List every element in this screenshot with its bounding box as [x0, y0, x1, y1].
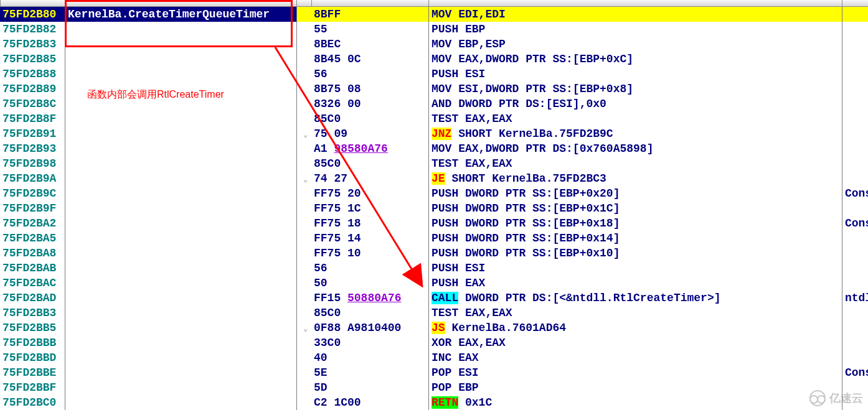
disasm-cell[interactable]: TEST EAX,EAX — [428, 111, 842, 126]
address-cell[interactable]: 75FD2B82 — [0, 22, 65, 37]
bytes-cell[interactable]: A1 98580A76 — [311, 141, 428, 156]
label-cell[interactable] — [65, 37, 296, 52]
disasm-row[interactable]: 75FD2BA5FF75 14PUSH DWORD PTR SS:[EBP+0x… — [0, 231, 868, 246]
comment-cell[interactable] — [842, 171, 868, 186]
comment-cell[interactable] — [842, 111, 868, 126]
disasm-row[interactable]: 75FD2BAB56PUSH ESI — [0, 261, 868, 276]
disasm-row[interactable]: 75FD2B9885C0TEST EAX,EAX — [0, 156, 868, 171]
bytes-cell[interactable]: 5E — [311, 365, 428, 380]
address-cell[interactable]: 75FD2BB3 — [0, 305, 65, 320]
comment-cell[interactable] — [842, 96, 868, 111]
label-cell[interactable] — [65, 350, 296, 365]
bytes-cell[interactable]: 8BFF — [311, 7, 428, 22]
label-cell[interactable] — [65, 67, 296, 82]
disasm-row[interactable]: 75FD2BADFF15 50880A76CALL DWORD PTR DS:[… — [0, 291, 868, 305]
disasm-row[interactable]: 75FD2B9A⌄74 27JE SHORT KernelBa.75FD2BC3 — [0, 171, 868, 186]
disasm-row[interactable]: 75FD2B80KernelBa.CreateTimerQueueTimer8B… — [0, 7, 868, 22]
label-cell[interactable] — [65, 320, 296, 335]
comment-cell[interactable] — [842, 350, 868, 365]
comment-cell[interactable] — [842, 126, 868, 141]
bytes-cell[interactable]: FF75 1C — [311, 201, 428, 216]
disasm-row[interactable]: 75FD2B93A1 98580A76MOV EAX,DWORD PTR DS:… — [0, 141, 868, 156]
comment-cell[interactable] — [842, 261, 868, 276]
disasm-cell[interactable]: POP EBP — [428, 380, 842, 395]
address-cell[interactable]: 75FD2B89 — [0, 82, 65, 96]
disasm-cell[interactable]: PUSH EBP — [428, 22, 842, 37]
label-cell[interactable] — [65, 276, 296, 291]
address-cell[interactable]: 75FD2B83 — [0, 37, 65, 52]
bytes-cell[interactable]: C2 1C00 — [311, 395, 428, 410]
disasm-row[interactable]: 75FD2BC0C2 1C00RETN 0x1C — [0, 395, 868, 410]
disasm-cell[interactable]: MOV ESI,DWORD PTR SS:[EBP+0x8] — [428, 82, 842, 96]
comment-cell[interactable]: Cons — [842, 216, 868, 231]
disasm-cell[interactable]: TEST EAX,EAX — [428, 305, 842, 320]
label-cell[interactable] — [65, 141, 296, 156]
bytes-cell[interactable]: 33C0 — [311, 335, 428, 350]
label-cell[interactable] — [65, 231, 296, 246]
bytes-cell[interactable]: 85C0 — [311, 156, 428, 171]
bytes-cell[interactable]: FF75 20 — [311, 186, 428, 201]
disasm-cell[interactable]: MOV EBP,ESP — [428, 37, 842, 52]
disasm-row[interactable]: 75FD2BB5⌄0F88 A9810400JS KernelBa.7601AD… — [0, 320, 868, 335]
disasm-cell[interactable]: MOV EAX,DWORD PTR SS:[EBP+0xC] — [428, 52, 842, 67]
comment-cell[interactable] — [842, 156, 868, 171]
bytes-cell[interactable]: 5D — [311, 380, 428, 395]
address-cell[interactable]: 75FD2BB5 — [0, 320, 65, 335]
disasm-row[interactable]: 75FD2B8856PUSH ESI — [0, 67, 868, 82]
label-cell[interactable] — [65, 22, 296, 37]
address-cell[interactable]: 75FD2BAB — [0, 261, 65, 276]
disasm-cell[interactable]: MOV EDI,EDI — [428, 7, 842, 22]
comment-cell[interactable]: ntdl — [842, 291, 868, 305]
disasm-cell[interactable]: JS KernelBa.7601AD64 — [428, 320, 842, 335]
label-cell[interactable]: KernelBa.CreateTimerQueueTimer — [65, 7, 296, 22]
label-cell[interactable] — [65, 216, 296, 231]
disasm-row[interactable]: 75FD2B8F85C0TEST EAX,EAX — [0, 111, 868, 126]
bytes-cell[interactable]: 85C0 — [311, 305, 428, 320]
address-cell[interactable]: 75FD2B85 — [0, 52, 65, 67]
comment-cell[interactable] — [842, 201, 868, 216]
bytes-cell[interactable]: FF75 10 — [311, 246, 428, 261]
bytes-cell[interactable]: 8BEC — [311, 37, 428, 52]
label-cell[interactable] — [65, 186, 296, 201]
comment-cell[interactable] — [842, 7, 868, 22]
label-cell[interactable] — [65, 291, 296, 305]
disasm-row[interactable]: 75FD2B9CFF75 20PUSH DWORD PTR SS:[EBP+0x… — [0, 186, 868, 201]
disasm-cell[interactable]: PUSH ESI — [428, 261, 842, 276]
disasm-cell[interactable]: PUSH DWORD PTR SS:[EBP+0x20] — [428, 186, 842, 201]
disasm-cell[interactable]: POP ESI — [428, 365, 842, 380]
label-cell[interactable] — [65, 380, 296, 395]
address-cell[interactable]: 75FD2B93 — [0, 141, 65, 156]
bytes-cell[interactable]: 55 — [311, 22, 428, 37]
comment-cell[interactable]: Cons — [842, 186, 868, 201]
comment-cell[interactable] — [842, 82, 868, 96]
disasm-row[interactable]: 75FD2BBE5EPOP ESICons — [0, 365, 868, 380]
label-cell[interactable] — [65, 201, 296, 216]
disasm-cell[interactable]: PUSH DWORD PTR SS:[EBP+0x10] — [428, 246, 842, 261]
comment-cell[interactable] — [842, 320, 868, 335]
comment-cell[interactable] — [842, 22, 868, 37]
disasm-cell[interactable]: RETN 0x1C — [428, 395, 842, 410]
disasm-row[interactable]: 75FD2BA8FF75 10PUSH DWORD PTR SS:[EBP+0x… — [0, 246, 868, 261]
comment-cell[interactable] — [842, 305, 868, 320]
bytes-cell[interactable]: FF75 18 — [311, 216, 428, 231]
disasm-cell[interactable]: MOV EAX,DWORD PTR DS:[0x760A5898] — [428, 141, 842, 156]
disasm-cell[interactable]: PUSH EAX — [428, 276, 842, 291]
address-cell[interactable]: 75FD2B88 — [0, 67, 65, 82]
address-cell[interactable]: 75FD2BBD — [0, 350, 65, 365]
bytes-cell[interactable]: 8B75 08 — [311, 82, 428, 96]
disasm-cell[interactable]: AND DWORD PTR DS:[ESI],0x0 — [428, 96, 842, 111]
address-cell[interactable]: 75FD2BC0 — [0, 395, 65, 410]
label-cell[interactable] — [65, 126, 296, 141]
disasm-cell[interactable]: TEST EAX,EAX — [428, 156, 842, 171]
comment-cell[interactable] — [842, 231, 868, 246]
disasm-cell[interactable]: INC EAX — [428, 350, 842, 365]
disassembly-listing[interactable]: 75FD2B80KernelBa.CreateTimerQueueTimer8B… — [0, 7, 868, 410]
disasm-row[interactable]: 75FD2B8255PUSH EBP — [0, 22, 868, 37]
bytes-cell[interactable]: 8B45 0C — [311, 52, 428, 67]
disasm-row[interactable]: 75FD2BB385C0TEST EAX,EAX — [0, 305, 868, 320]
comment-cell[interactable] — [842, 141, 868, 156]
disasm-cell[interactable]: XOR EAX,EAX — [428, 335, 842, 350]
address-cell[interactable]: 75FD2B8C — [0, 96, 65, 111]
disasm-row[interactable]: 75FD2BBB33C0XOR EAX,EAX — [0, 335, 868, 350]
address-cell[interactable]: 75FD2B9C — [0, 186, 65, 201]
